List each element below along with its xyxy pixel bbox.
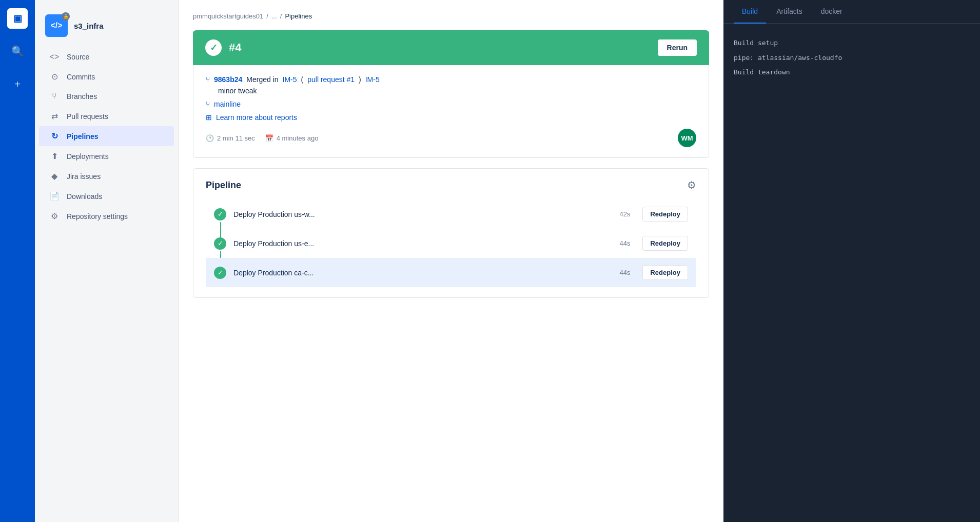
commit-desc: minor tweak [218,87,696,95]
logo-icon: ▣ [13,13,22,24]
breadcrumb-current: Pipelines [285,12,312,20]
search-icon[interactable]: 🔍 [7,41,28,62]
step-1-redeploy-button[interactable]: Redeploy [642,207,688,222]
log-line-3: pipe: atlassian/aws-cloudfo [734,51,970,66]
meta-line: 🕐 2 min 11 sec 📅 4 minutes ago WM [206,129,696,147]
success-icon: ✓ [205,39,222,56]
right-panel-tabs: Build Artifacts docker [723,0,980,24]
sidebar-item-label: Pipelines [67,132,98,140]
sidebar: </> 🔒 s3_infra <> Source ⊙ Commits ⑂ Bra… [35,0,179,522]
rerun-button[interactable]: Rerun [658,39,697,56]
sidebar-item-source[interactable]: <> Source [39,47,174,67]
sidebar-item-label: Branches [67,92,97,101]
source-icon: <> [49,52,60,62]
pipelines-icon: ↻ [49,131,60,141]
step-2-name: Deploy Production us-e... [233,239,613,248]
pipeline-info-card: ⑂ 9863b24 Merged in IM-5 ( pull request … [193,65,709,158]
sidebar-item-deployments[interactable]: ⬆ Deployments [39,146,174,166]
step-2-redeploy-button[interactable]: Redeploy [642,236,688,251]
branches-icon: ⑂ [49,92,60,101]
sidebar-item-pull-requests[interactable]: ⇄ Pull requests [39,106,174,126]
sidebar-item-repository-settings[interactable]: ⚙ Repository settings [39,206,174,226]
commits-icon: ⊙ [49,72,60,82]
repo-header: </> 🔒 s3_infra [35,8,178,47]
pipeline-run-header: ✓ #4 Rerun [193,30,709,65]
pipeline-steps-card: Pipeline ⚙ ✓ Deploy Production us-w... 4… [193,168,709,298]
sidebar-item-jira-issues[interactable]: ◆ Jira issues [39,166,174,186]
settings-icon: ⚙ [49,211,60,221]
time-ago-text: 4 minutes ago [277,134,319,142]
step-3-duration: 44s [620,269,631,276]
tab-docker[interactable]: docker [813,0,851,24]
pipeline-settings-button[interactable]: ⚙ [687,179,696,191]
sidebar-nav: <> Source ⊙ Commits ⑂ Branches ⇄ Pull re… [35,47,178,226]
branch-name-link[interactable]: mainline [214,100,241,108]
sidebar-item-label: Pull requests [67,112,108,121]
tab-build-label: Build [742,7,758,15]
branch-ref-link[interactable]: IM-5 [283,75,297,84]
breadcrumb: pmmquickstartguides01 / ... / Pipelines [193,12,709,20]
pull-request-link[interactable]: pull request #1 [307,75,355,84]
log-line-5: Build teardown [734,65,970,80]
step-3-check: ✓ [214,267,226,279]
commit-line: ⑂ 9863b24 Merged in IM-5 ( pull request … [206,75,696,84]
tab-artifacts[interactable]: Artifacts [768,0,811,24]
step-row: ✓ Deploy Production us-w... 42s Redeploy [206,199,696,229]
repo-icon: </> 🔒 [45,14,68,37]
run-number: ✓ #4 [205,39,241,56]
avatar: WM [678,129,696,147]
sidebar-item-commits[interactable]: ⊙ Commits [39,67,174,87]
commit-icon: ⑂ [206,75,210,84]
sidebar-item-label: Deployments [67,152,109,160]
pipeline-run-card: ✓ #4 Rerun ⑂ 9863b24 Merged in IM-5 ( pu… [193,30,709,158]
duration-item: 🕐 2 min 11 sec [206,134,255,142]
step-2-container: ✓ Deploy Production us-e... 44s Redeploy [206,229,696,258]
sidebar-item-pipelines[interactable]: ↻ Pipelines [39,126,174,146]
sidebar-item-label: Commits [67,73,95,81]
time-ago-item: 📅 4 minutes ago [265,134,319,142]
pipeline-steps-header: Pipeline ⚙ [206,179,696,191]
downloads-icon: 📄 [49,191,60,201]
repo-icon-text: </> [50,21,62,30]
repo-badge: 🔒 [62,12,70,21]
step-2-check: ✓ [214,237,226,250]
app-logo[interactable]: ▣ [7,8,28,29]
branch-icon: ⑂ [206,100,210,108]
run-number-text: #4 [229,41,241,54]
report-link[interactable]: Learn more about reports [216,113,297,122]
step-2-duration: 44s [620,239,631,247]
calendar-icon: 📅 [265,134,273,142]
breadcrumb-sep1: / [266,12,268,20]
commit-paren-close: ) [359,75,361,84]
sidebar-item-downloads[interactable]: 📄 Downloads [39,186,174,206]
breadcrumb-org[interactable]: pmmquickstartguides01 [193,12,263,20]
step-3-redeploy-button[interactable]: Redeploy [642,265,688,280]
tab-docker-label: docker [821,7,842,15]
branch-ref2-link[interactable]: IM-5 [365,75,380,84]
pipeline-steps-title: Pipeline [206,180,241,191]
tab-build[interactable]: Build [734,0,766,24]
step-1-check: ✓ [214,208,226,220]
sidebar-item-label: Repository settings [67,212,128,220]
left-rail: ▣ 🔍 + [0,0,35,522]
step-3-name: Deploy Production ca-c... [233,269,613,277]
sidebar-item-branches[interactable]: ⑂ Branches [39,87,174,106]
step-row: ✓ Deploy Production us-e... 44s Redeploy [206,229,696,258]
step-1-duration: 42s [620,210,631,218]
commit-hash-link[interactable]: 9863b24 [214,75,242,84]
sidebar-item-label: Jira issues [67,172,101,180]
report-line: ⊞ Learn more about reports [206,113,696,122]
jira-icon: ◆ [49,171,60,181]
build-log: Build setup pipe: atlassian/aws-cloudfo … [723,24,980,92]
main-content: pmmquickstartguides01 / ... / Pipelines … [179,0,723,522]
breadcrumb-ellipsis[interactable]: ... [271,12,277,20]
add-label: + [14,78,21,90]
commit-paren-open: ( [301,75,304,84]
commit-message: Merged in [246,75,278,84]
breadcrumb-sep2: / [280,12,282,20]
step-3-container: ✓ Deploy Production ca-c... 44s Redeploy [206,258,696,287]
step-row-active: ✓ Deploy Production ca-c... 44s Redeploy [206,258,696,287]
step-1-container: ✓ Deploy Production us-w... 42s Redeploy [206,199,696,229]
add-icon[interactable]: + [7,74,28,94]
sidebar-item-label: Downloads [67,192,102,200]
